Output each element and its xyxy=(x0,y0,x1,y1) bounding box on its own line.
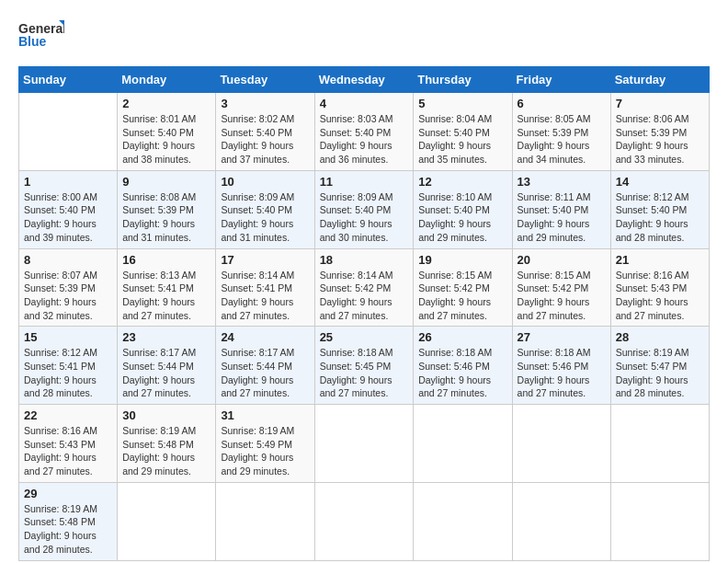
day-info: Sunrise: 8:07 AMSunset: 5:39 PMDaylight:… xyxy=(24,270,97,321)
calendar-day-29: 29Sunrise: 8:19 AMSunset: 5:48 PMDayligh… xyxy=(19,482,118,560)
calendar-day-19: 19Sunrise: 8:15 AMSunset: 5:42 PMDayligh… xyxy=(414,248,512,327)
day-number: 20 xyxy=(518,253,606,267)
calendar-day-31: 31Sunrise: 8:19 AMSunset: 5:49 PMDayligh… xyxy=(216,405,314,483)
day-number: 6 xyxy=(518,97,606,110)
day-number: 24 xyxy=(221,330,309,344)
calendar-day-21: 21Sunrise: 8:16 AMSunset: 5:43 PMDayligh… xyxy=(610,248,709,327)
calendar-day-22: 22Sunrise: 8:16 AMSunset: 5:43 PMDayligh… xyxy=(19,405,118,483)
calendar-day-3: 3Sunrise: 8:02 AMSunset: 5:40 PMDaylight… xyxy=(216,93,314,171)
calendar-empty-cell xyxy=(216,482,314,560)
calendar-day-7: 7Sunrise: 8:06 AMSunset: 5:39 PMDaylight… xyxy=(610,93,709,171)
day-number: 16 xyxy=(122,253,210,267)
day-info: Sunrise: 8:15 AMSunset: 5:42 PMDaylight:… xyxy=(518,270,591,321)
day-info: Sunrise: 8:14 AMSunset: 5:41 PMDaylight:… xyxy=(221,270,294,321)
calendar-empty-cell xyxy=(314,482,414,560)
day-info: Sunrise: 8:13 AMSunset: 5:41 PMDaylight:… xyxy=(122,270,196,321)
day-info: Sunrise: 8:01 AMSunset: 5:40 PMDaylight:… xyxy=(122,113,196,165)
day-number: 13 xyxy=(518,175,606,189)
calendar-day-26: 26Sunrise: 8:18 AMSunset: 5:46 PMDayligh… xyxy=(414,327,512,405)
day-info: Sunrise: 8:19 AMSunset: 5:48 PMDaylight:… xyxy=(24,503,97,555)
calendar-day-23: 23Sunrise: 8:17 AMSunset: 5:44 PMDayligh… xyxy=(118,327,216,405)
calendar-empty-cell xyxy=(19,93,118,171)
day-info: Sunrise: 8:11 AMSunset: 5:40 PMDaylight:… xyxy=(518,191,591,243)
day-info: Sunrise: 8:04 AMSunset: 5:40 PMDaylight:… xyxy=(418,113,492,165)
calendar-day-14: 14Sunrise: 8:12 AMSunset: 5:40 PMDayligh… xyxy=(610,170,709,248)
calendar-empty-cell xyxy=(414,482,512,560)
day-number: 14 xyxy=(616,175,704,189)
header-sunday: Sunday xyxy=(19,67,118,93)
day-info: Sunrise: 8:15 AMSunset: 5:42 PMDaylight:… xyxy=(418,270,492,321)
calendar-empty-cell xyxy=(314,405,414,483)
day-info: Sunrise: 8:14 AMSunset: 5:42 PMDaylight:… xyxy=(320,270,393,321)
day-number: 22 xyxy=(24,408,112,422)
day-number: 3 xyxy=(221,97,309,110)
day-number: 9 xyxy=(122,175,210,189)
day-info: Sunrise: 8:19 AMSunset: 5:49 PMDaylight:… xyxy=(221,425,294,477)
day-info: Sunrise: 8:18 AMSunset: 5:46 PMDaylight:… xyxy=(418,347,492,398)
day-number: 26 xyxy=(418,330,506,344)
calendar-day-4: 4Sunrise: 8:03 AMSunset: 5:40 PMDaylight… xyxy=(314,93,414,171)
calendar-day-12: 12Sunrise: 8:10 AMSunset: 5:40 PMDayligh… xyxy=(414,170,512,248)
day-info: Sunrise: 8:17 AMSunset: 5:44 PMDaylight:… xyxy=(122,347,196,398)
day-info: Sunrise: 8:19 AMSunset: 5:48 PMDaylight:… xyxy=(122,425,196,477)
calendar-day-11: 11Sunrise: 8:09 AMSunset: 5:40 PMDayligh… xyxy=(314,170,414,248)
day-number: 8 xyxy=(24,253,112,267)
day-number: 7 xyxy=(616,97,704,110)
day-info: Sunrise: 8:16 AMSunset: 5:43 PMDaylight:… xyxy=(616,270,689,321)
calendar-day-16: 16Sunrise: 8:13 AMSunset: 5:41 PMDayligh… xyxy=(118,248,216,327)
header-thursday: Thursday xyxy=(414,67,512,93)
calendar-empty-cell xyxy=(610,405,709,483)
header: General Blue xyxy=(18,18,710,52)
day-number: 28 xyxy=(616,330,704,344)
day-number: 17 xyxy=(221,253,309,267)
calendar-week-row: 29Sunrise: 8:19 AMSunset: 5:48 PMDayligh… xyxy=(19,482,710,560)
day-info: Sunrise: 8:18 AMSunset: 5:46 PMDaylight:… xyxy=(518,347,591,398)
day-number: 5 xyxy=(418,97,506,110)
day-number: 10 xyxy=(221,175,309,189)
day-info: Sunrise: 8:03 AMSunset: 5:40 PMDaylight:… xyxy=(320,113,393,165)
day-number: 19 xyxy=(418,253,506,267)
header-friday: Friday xyxy=(512,67,610,93)
day-number: 23 xyxy=(122,330,210,344)
day-info: Sunrise: 8:00 AMSunset: 5:40 PMDaylight:… xyxy=(24,191,97,243)
day-number: 29 xyxy=(24,487,112,500)
calendar-empty-cell xyxy=(610,482,709,560)
header-wednesday: Wednesday xyxy=(314,67,414,93)
calendar-week-row: 8Sunrise: 8:07 AMSunset: 5:39 PMDaylight… xyxy=(19,248,710,327)
day-number: 4 xyxy=(320,97,409,110)
calendar-day-10: 10Sunrise: 8:09 AMSunset: 5:40 PMDayligh… xyxy=(216,170,314,248)
header-tuesday: Tuesday xyxy=(216,67,314,93)
day-number: 12 xyxy=(418,175,506,189)
day-info: Sunrise: 8:02 AMSunset: 5:40 PMDaylight:… xyxy=(221,113,294,165)
header-saturday: Saturday xyxy=(610,67,709,93)
calendar-day-28: 28Sunrise: 8:19 AMSunset: 5:47 PMDayligh… xyxy=(610,327,709,405)
calendar-day-25: 25Sunrise: 8:18 AMSunset: 5:45 PMDayligh… xyxy=(314,327,414,405)
day-number: 2 xyxy=(122,97,210,110)
calendar-week-row: 22Sunrise: 8:16 AMSunset: 5:43 PMDayligh… xyxy=(19,405,710,483)
day-number: 31 xyxy=(221,408,309,422)
day-info: Sunrise: 8:06 AMSunset: 5:39 PMDaylight:… xyxy=(616,113,689,165)
day-info: Sunrise: 8:09 AMSunset: 5:40 PMDaylight:… xyxy=(320,191,393,243)
day-info: Sunrise: 8:19 AMSunset: 5:47 PMDaylight:… xyxy=(616,347,689,398)
header-monday: Monday xyxy=(118,67,216,93)
day-info: Sunrise: 8:10 AMSunset: 5:40 PMDaylight:… xyxy=(418,191,492,243)
day-number: 27 xyxy=(518,330,606,344)
calendar-week-row: 15Sunrise: 8:12 AMSunset: 5:41 PMDayligh… xyxy=(19,327,710,405)
logo-svg: General Blue xyxy=(18,18,64,52)
calendar-day-17: 17Sunrise: 8:14 AMSunset: 5:41 PMDayligh… xyxy=(216,248,314,327)
calendar-day-6: 6Sunrise: 8:05 AMSunset: 5:39 PMDaylight… xyxy=(512,93,610,171)
calendar-day-2: 2Sunrise: 8:01 AMSunset: 5:40 PMDaylight… xyxy=(118,93,216,171)
calendar-week-row: 1Sunrise: 8:00 AMSunset: 5:40 PMDaylight… xyxy=(19,170,710,248)
day-info: Sunrise: 8:12 AMSunset: 5:40 PMDaylight:… xyxy=(616,191,689,243)
day-number: 1 xyxy=(24,175,112,189)
day-number: 18 xyxy=(320,253,409,267)
calendar-day-30: 30Sunrise: 8:19 AMSunset: 5:48 PMDayligh… xyxy=(118,405,216,483)
day-number: 11 xyxy=(320,175,409,189)
calendar-day-27: 27Sunrise: 8:18 AMSunset: 5:46 PMDayligh… xyxy=(512,327,610,405)
calendar-day-9: 9Sunrise: 8:08 AMSunset: 5:39 PMDaylight… xyxy=(118,170,216,248)
day-info: Sunrise: 8:17 AMSunset: 5:44 PMDaylight:… xyxy=(221,347,294,398)
logo: General Blue xyxy=(18,18,64,52)
calendar-empty-cell xyxy=(118,482,216,560)
day-info: Sunrise: 8:12 AMSunset: 5:41 PMDaylight:… xyxy=(24,347,97,398)
calendar-day-8: 8Sunrise: 8:07 AMSunset: 5:39 PMDaylight… xyxy=(19,248,118,327)
